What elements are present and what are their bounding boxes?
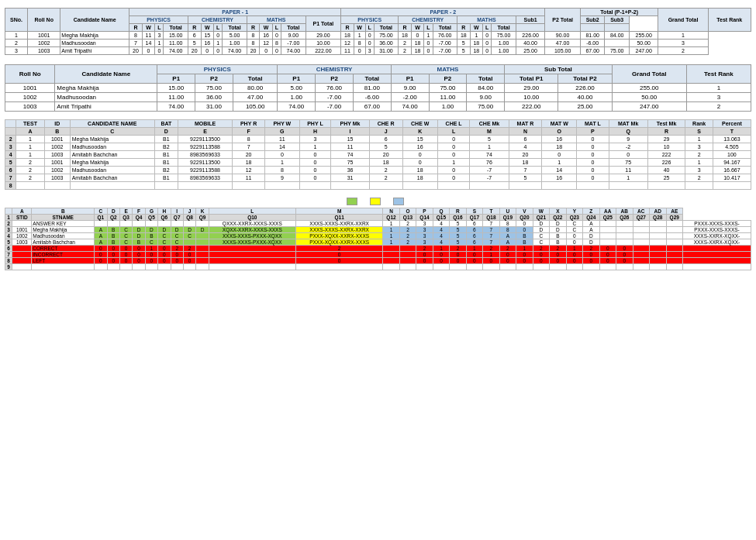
report2-table: Roll No Candidate Name PHYSICS CHEMISTRY…: [5, 64, 751, 112]
table-row: ABCDEFGHIJKLMNOPQRST: [5, 128, 751, 136]
p2-chemistry: CHEMISTRY: [399, 16, 457, 24]
col-roll: Roll No: [28, 9, 60, 32]
sub1-hdr: Sub1: [516, 16, 544, 24]
col-rank: Test Rank: [708, 9, 751, 32]
table-row: 7 2 1003 Amitabh Bachchan B1 8983569633 …: [5, 174, 751, 182]
table-row: 7INCORRECT0000000000000100000000: [5, 252, 751, 258]
table-row: 6 2 1002 Madhusoodan B2 9229113588 12 8 …: [5, 167, 751, 174]
table-row: 5 2 1001 Megha Makhija B1 9229113500 18 …: [5, 159, 751, 167]
r2-chemistry: CHEMISTRY: [278, 65, 391, 74]
p1-maths: MATHS: [247, 16, 306, 24]
omr-table: ABCDEFGHIJKLMNOPQRSTUVWXYZAAABACADAE 1ST…: [5, 208, 751, 270]
col-sno: SNo.: [5, 9, 28, 32]
table-row: 1001 Megha Makhija 15.0075.0080.00 5.007…: [5, 84, 751, 93]
r2-roll: Roll No: [5, 65, 55, 84]
table-row: 31001Megha MakhijaABCDDDDDDXQXX-XXRX-XXX…: [5, 227, 751, 233]
yellow-legend-box: [370, 198, 381, 205]
r2-physics: PHYSICS: [157, 65, 278, 74]
r2-subtotal: Sub Total: [505, 65, 613, 74]
table-row: 4 1 1003 Amitabh Bachchan B1 8983569633 …: [5, 151, 751, 159]
excel-table: TESTIDCANDIDATE NAMEBATMOBILEPHY RPHY WP…: [5, 119, 751, 190]
table-row: 2 1002 Madhusoodan 714111.00 51611.00 81…: [5, 40, 751, 47]
omr-legend: [5, 198, 751, 205]
sub2-hdr: Sub2: [580, 16, 605, 24]
r2-name: Candidate Name: [55, 65, 157, 84]
r2-maths: MATHS: [391, 65, 504, 74]
r2-grand: Grand Total: [612, 65, 686, 84]
sub3-hdr: Sub3: [605, 16, 630, 24]
paper1-header: PAPER - 1: [129, 9, 341, 16]
table-row: 1002 Madhusoodan 11.0036.0047.00 1.00-7.…: [5, 93, 751, 102]
table-row: 9: [5, 264, 751, 270]
p1-physics: PHYSICS: [129, 16, 188, 24]
p2-maths: MATHS: [457, 16, 516, 24]
table-row: 2ANSWER KEYQXXX-XXRX-XXXS-XXXSXXXS-XXXS-…: [5, 221, 751, 227]
table-row: 3 1003 Amit Tripathi 200074.00 200074.00…: [5, 47, 751, 55]
col-p2total: P2 Total: [545, 9, 581, 32]
report1-table: SNo. Roll No Candidate Name PAPER - 1 PA…: [5, 8, 751, 55]
table-row: 2 1 1001 Megha Makhija B1 9229113500 8 1…: [5, 136, 751, 143]
p2-physics: PHYSICS: [341, 16, 399, 24]
green-legend-box: [347, 198, 357, 205]
table-row: 41002MadhusoodanABCDBCCCXXXS-XXXS-PXXX-X…: [5, 233, 751, 239]
table-row: 1003 Amit Tripathi 74.0031.00105.00 74.0…: [5, 102, 751, 112]
table-row: 1 1001 Megha Makhija 811315.00 61505.00 …: [5, 32, 751, 40]
col-subtotals: Total (P-1+P-2): [580, 9, 658, 16]
r2-rank: Test Rank: [686, 65, 751, 84]
table-row: 3 1 1002 Madhusoodan B2 9229113588 7 14 …: [5, 143, 751, 151]
table-row: 6CORRECT0000102222121221221200: [5, 246, 751, 252]
col-cname: Candidate Name: [60, 9, 129, 32]
blue-legend-box: [393, 198, 404, 205]
table-row: 1STIDSTNAMEQ1Q2Q3Q4Q5Q6Q7Q8Q9Q10Q11Q12Q1…: [5, 215, 751, 221]
p1-total: P1 Total: [306, 16, 341, 32]
table-row: 51003Amitabh BachchanABCBCCCXXXS-XXXS-PX…: [5, 239, 751, 246]
col-grand: Grand Total: [658, 9, 708, 32]
table-row: 8LEFT0000000000000000000000: [5, 258, 751, 264]
table-row: 8: [5, 182, 751, 190]
paper2-header: PAPER - 2: [341, 9, 545, 16]
p1-chemistry: CHEMISTRY: [188, 16, 247, 24]
